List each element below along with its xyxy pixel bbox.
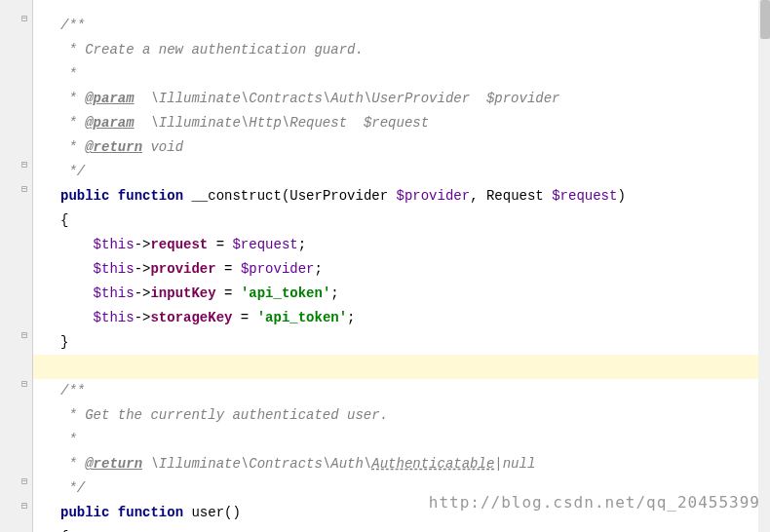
keyword-public: public xyxy=(60,188,109,204)
doc-comment-desc: * Get the currently authenticated user. xyxy=(60,407,388,423)
doc-tag-param: @param xyxy=(85,115,134,131)
doc-return-namespace: \Illuminate\Contracts\Auth\ xyxy=(142,456,371,472)
var-request: $request xyxy=(232,237,297,252)
code-editor: ⊟⊟⊟⊟⊟⊟⊟ /** * Create a new authenticatio… xyxy=(0,0,770,532)
semicolon: ; xyxy=(298,237,306,252)
code-area[interactable]: /** * Create a new authentication guard.… xyxy=(33,0,770,532)
fold-marker-icon[interactable]: ⊟ xyxy=(19,14,30,25)
property-storagekey: storageKey xyxy=(150,310,232,325)
keyword-function: function xyxy=(118,188,183,204)
open-brace: { xyxy=(60,212,68,228)
semicolon: ; xyxy=(315,261,323,277)
editor-gutter: ⊟⊟⊟⊟⊟⊟⊟ xyxy=(0,0,33,532)
property-request: request xyxy=(150,237,208,252)
doc-comment-open: /** xyxy=(60,18,85,33)
highlighted-empty-line[interactable] xyxy=(33,355,770,379)
semicolon: ; xyxy=(330,285,338,301)
parens: () xyxy=(224,505,241,520)
assign-op: = xyxy=(232,310,256,325)
param-var-request: $request xyxy=(552,188,617,204)
param-type: UserProvider xyxy=(289,188,388,204)
doc-param-prefix: * xyxy=(60,115,85,131)
doc-comment-desc: * Create a new authentication guard. xyxy=(60,42,364,57)
arrow-op: -> xyxy=(135,237,151,252)
this-var: $this xyxy=(94,237,135,252)
doc-tag-return: @return xyxy=(85,139,142,155)
doc-return-null: |null xyxy=(494,456,535,472)
doc-comment-blank: * xyxy=(60,432,77,447)
property-inputkey: inputKey xyxy=(150,285,215,301)
doc-return-type: void xyxy=(142,139,183,155)
fold-marker-icon[interactable]: ⊟ xyxy=(19,501,30,513)
doc-param-prefix: * xyxy=(60,91,85,106)
doc-comment-close: */ xyxy=(60,480,85,496)
function-name-construct: __construct xyxy=(191,188,281,204)
function-name-user: user xyxy=(191,505,224,520)
doc-param-type: \Illuminate\Contracts\Auth\UserProvider … xyxy=(135,91,560,106)
scrollbar-track[interactable] xyxy=(758,0,770,532)
doc-comment-close: */ xyxy=(60,164,85,179)
doc-tag-return: @return xyxy=(85,456,142,472)
doc-comment-open: /** xyxy=(60,383,85,399)
scrollbar-thumb[interactable] xyxy=(760,0,770,39)
semicolon: ; xyxy=(347,310,355,325)
arrow-op: -> xyxy=(135,285,151,301)
arrow-op: -> xyxy=(135,261,151,277)
fold-marker-icon[interactable]: ⊟ xyxy=(19,330,30,342)
doc-param-type: \Illuminate\Http\Request $request xyxy=(135,115,429,131)
doc-comment-blank: * xyxy=(60,66,77,82)
keyword-function: function xyxy=(118,505,183,520)
arrow-op: -> xyxy=(135,310,151,325)
this-var: $this xyxy=(94,285,135,301)
fold-marker-icon[interactable]: ⊟ xyxy=(19,160,30,171)
var-provider: $provider xyxy=(241,261,315,277)
assign-op: = xyxy=(216,285,241,301)
watermark-text: http://blog.csdn.net/qq_20455399 xyxy=(429,490,760,514)
doc-return-prefix: * xyxy=(60,456,85,472)
param-type: Request xyxy=(486,188,544,204)
doc-return-authenticatable: Authenticatable xyxy=(371,456,494,472)
string-api-token: 'api_token' xyxy=(241,285,330,301)
fold-marker-icon[interactable]: ⊟ xyxy=(19,184,30,196)
fold-marker-icon[interactable]: ⊟ xyxy=(19,379,30,391)
close-brace: } xyxy=(60,334,68,350)
this-var: $this xyxy=(94,310,135,325)
param-var-provider: $provider xyxy=(397,188,471,204)
doc-tag-param: @param xyxy=(85,91,134,106)
fold-marker-icon[interactable]: ⊟ xyxy=(19,476,30,488)
keyword-public: public xyxy=(60,505,109,520)
string-api-token: 'api_token' xyxy=(257,310,347,325)
property-provider: provider xyxy=(150,261,215,277)
assign-op: = xyxy=(208,237,232,252)
this-var: $this xyxy=(94,261,135,277)
assign-op: = xyxy=(216,261,241,277)
doc-return-prefix: * xyxy=(60,139,85,155)
